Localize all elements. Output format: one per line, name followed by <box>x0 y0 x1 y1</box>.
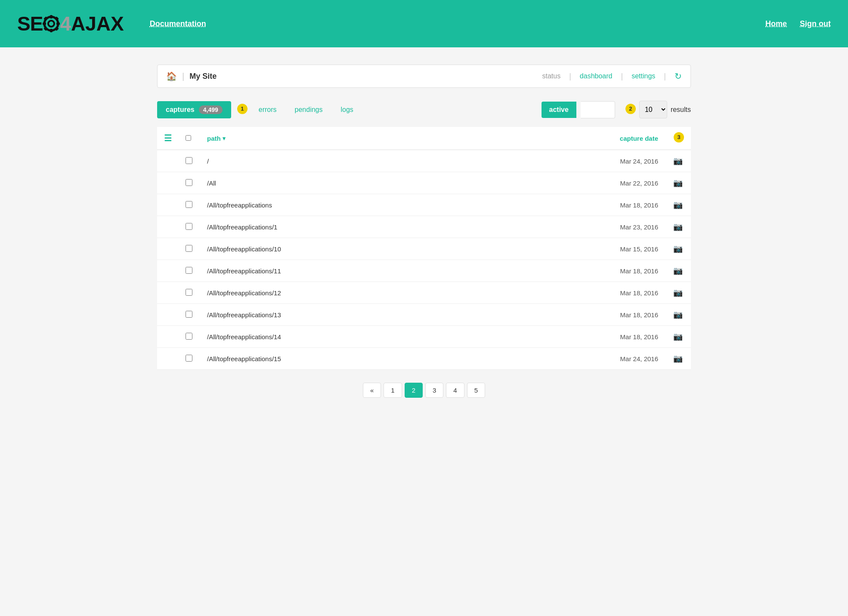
row-date-cell: Mar 22, 2016 <box>492 172 665 194</box>
row-date-cell: Mar 18, 2016 <box>492 260 665 282</box>
active-toggle-input[interactable] <box>581 101 615 118</box>
logo-se: SE <box>17 12 43 35</box>
page-5-button[interactable]: 5 <box>467 383 485 398</box>
results-per-page-select[interactable]: 10 25 50 100 <box>639 101 667 118</box>
row-path-cell: /All <box>200 172 492 194</box>
svg-rect-3 <box>50 29 53 32</box>
table-row: / Mar 24, 2016 📷 <box>157 150 691 172</box>
camera-icon[interactable]: 📷 <box>673 245 683 253</box>
row-check-cell <box>179 304 200 326</box>
table-row: /All/topfreeapplications/14 Mar 18, 2016… <box>157 326 691 348</box>
logo: SE 4AJAX <box>17 11 124 37</box>
camera-icon[interactable]: 📷 <box>673 310 683 319</box>
row-menu-cell <box>157 194 179 216</box>
row-menu-cell <box>157 216 179 238</box>
home-link[interactable]: Home <box>765 19 787 28</box>
row-date-cell: Mar 24, 2016 <box>492 150 665 172</box>
row-check-cell <box>179 238 200 260</box>
camera-icon[interactable]: 📷 <box>673 332 683 341</box>
camera-icon[interactable]: 📷 <box>673 179 683 187</box>
refresh-icon[interactable]: ↻ <box>675 71 682 81</box>
hamburger-icon[interactable]: ☰ <box>164 133 172 143</box>
row-path-cell: /All/topfreeapplications/11 <box>200 260 492 282</box>
home-icon[interactable]: 🏠 <box>166 71 177 81</box>
page-1-button[interactable]: 1 <box>384 383 402 398</box>
prev-page-button[interactable]: « <box>363 383 381 398</box>
row-check-cell <box>179 172 200 194</box>
select-all-checkbox[interactable] <box>186 135 191 141</box>
row-path-cell: /All/topfreeapplications/12 <box>200 282 492 304</box>
camera-icon[interactable]: 📷 <box>673 201 683 209</box>
table-row: /All Mar 22, 2016 📷 <box>157 172 691 194</box>
row-path-cell: /All/topfreeapplications/15 <box>200 348 492 370</box>
header-nav: Documentation <box>150 19 206 28</box>
row-date-cell: Mar 24, 2016 <box>492 348 665 370</box>
row-checkbox[interactable] <box>186 201 192 208</box>
dashboard-link[interactable]: dashboard <box>580 72 613 80</box>
row-date-cell: Mar 23, 2016 <box>492 216 665 238</box>
header: SE 4AJAX Documentation Home Sign out <box>0 0 848 47</box>
row-checkbox[interactable] <box>186 355 192 362</box>
camera-icon[interactable]: 📷 <box>673 266 683 275</box>
row-action-cell: 📷 <box>665 348 691 370</box>
logo-gear-icon <box>42 14 61 33</box>
camera-icon[interactable]: 📷 <box>673 157 683 165</box>
row-checkbox[interactable] <box>186 333 192 340</box>
camera-icon[interactable]: 📷 <box>673 288 683 297</box>
row-path-cell: / <box>200 150 492 172</box>
row-check-cell <box>179 216 200 238</box>
col-action-header: 3 <box>665 127 691 150</box>
callout-2: 2 <box>625 104 636 114</box>
row-check-cell <box>179 150 200 172</box>
row-menu-cell <box>157 238 179 260</box>
row-checkbox[interactable] <box>186 267 192 274</box>
row-checkbox[interactable] <box>186 157 192 164</box>
row-checkbox[interactable] <box>186 245 192 252</box>
row-checkbox[interactable] <box>186 289 192 296</box>
row-action-cell: 📷 <box>665 282 691 304</box>
captures-tab[interactable]: captures 4,499 <box>157 101 231 118</box>
col-check <box>179 127 200 150</box>
table-row: /All/topfreeapplications Mar 18, 2016 📷 <box>157 194 691 216</box>
row-date-cell: Mar 18, 2016 <box>492 282 665 304</box>
col-path-header[interactable]: path ▾ <box>200 127 492 150</box>
row-check-cell <box>179 260 200 282</box>
table-row: /All/topfreeapplications/13 Mar 18, 2016… <box>157 304 691 326</box>
errors-tab[interactable]: errors <box>252 102 284 118</box>
row-menu-cell <box>157 260 179 282</box>
signout-link[interactable]: Sign out <box>800 19 831 28</box>
callout-1: 1 <box>237 104 248 114</box>
row-checkbox[interactable] <box>186 223 192 230</box>
page-2-button[interactable]: 2 <box>405 383 423 398</box>
path-sort[interactable]: path ▾ <box>207 135 226 142</box>
row-path-cell: /All/topfreeapplications/14 <box>200 326 492 348</box>
row-date-cell: Mar 18, 2016 <box>492 326 665 348</box>
camera-icon[interactable]: 📷 <box>673 354 683 363</box>
logs-tab[interactable]: logs <box>334 102 360 118</box>
svg-rect-2 <box>50 15 53 19</box>
tabs-row: captures 4,499 1 errors pendings logs ac… <box>157 101 691 118</box>
docs-link[interactable]: Documentation <box>150 19 206 28</box>
svg-rect-5 <box>56 22 60 25</box>
row-menu-cell <box>157 150 179 172</box>
page-3-button[interactable]: 3 <box>425 383 443 398</box>
active-toggle-button[interactable]: active <box>542 102 576 118</box>
row-action-cell: 📷 <box>665 150 691 172</box>
pendings-tab[interactable]: pendings <box>288 102 330 118</box>
row-menu-cell <box>157 172 179 194</box>
row-path-cell: /All/topfreeapplications/1 <box>200 216 492 238</box>
settings-link[interactable]: settings <box>631 72 655 80</box>
svg-rect-4 <box>43 22 46 25</box>
row-path-cell: /All/topfreeapplications <box>200 194 492 216</box>
site-name: My Site <box>189 72 217 81</box>
row-checkbox[interactable] <box>186 179 192 186</box>
page-4-button[interactable]: 4 <box>446 383 464 398</box>
row-action-cell: 📷 <box>665 260 691 282</box>
site-bar-links: status | dashboard | settings | ↻ <box>542 71 682 81</box>
row-date-cell: Mar 15, 2016 <box>492 238 665 260</box>
row-path-cell: /All/topfreeapplications/10 <box>200 238 492 260</box>
row-menu-cell <box>157 304 179 326</box>
row-checkbox[interactable] <box>186 311 192 318</box>
camera-icon[interactable]: 📷 <box>673 223 683 231</box>
logo-4ajax: 4AJAX <box>60 12 124 35</box>
